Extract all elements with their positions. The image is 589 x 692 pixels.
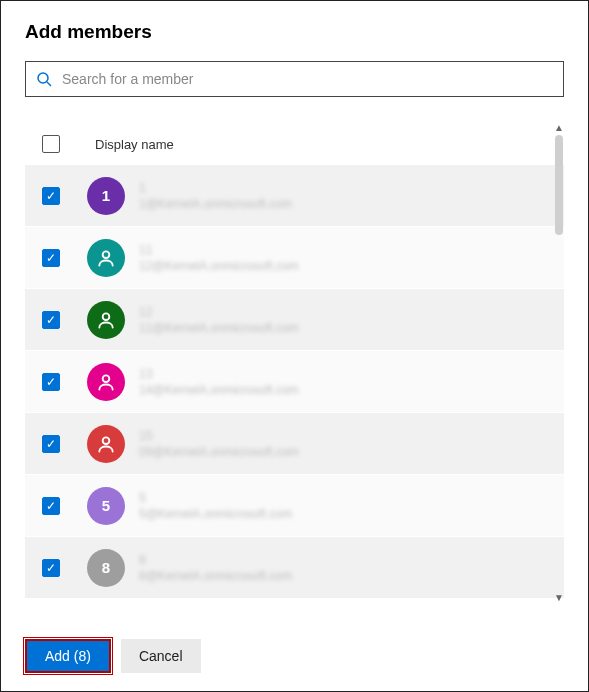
member-name: 11: [139, 244, 299, 256]
person-icon: [87, 239, 125, 277]
dialog-footer: Add (8) Cancel: [25, 639, 201, 673]
scroll-up-icon[interactable]: ▲: [554, 123, 564, 133]
avatar: 5: [87, 487, 125, 525]
search-input[interactable]: [60, 70, 553, 88]
member-email: 14@KernelA.onmicrosoft.com: [139, 384, 299, 396]
table-row[interactable]: ✓111@KernelA.onmicrosoft.com: [25, 165, 564, 227]
member-list: Display name ✓111@KernelA.onmicrosoft.co…: [25, 123, 564, 603]
member-name: 8: [139, 554, 292, 566]
member-name: 12: [139, 306, 299, 318]
member-email: 8@KernelA.onmicrosoft.com: [139, 570, 292, 582]
svg-point-5: [103, 437, 110, 444]
svg-point-4: [103, 375, 110, 382]
table-row[interactable]: ✓1112@KernelA.onmicrosoft.com: [25, 227, 564, 289]
svg-point-3: [103, 313, 110, 320]
row-checkbox[interactable]: ✓: [42, 249, 60, 267]
table-row[interactable]: ✓1211@KernelA.onmicrosoft.com: [25, 289, 564, 351]
row-checkbox[interactable]: ✓: [42, 311, 60, 329]
avatar: 8: [87, 549, 125, 587]
scrollbar[interactable]: ▲ ▼: [554, 123, 564, 603]
member-email: 1@KernelA.onmicrosoft.com: [139, 198, 292, 210]
add-button[interactable]: Add (8): [25, 639, 111, 673]
table-row[interactable]: ✓888@KernelA.onmicrosoft.com: [25, 537, 564, 599]
member-email: 12@KernelA.onmicrosoft.com: [139, 260, 299, 272]
person-icon: [87, 363, 125, 401]
scroll-down-icon[interactable]: ▼: [554, 593, 564, 603]
table-row[interactable]: ✓555@KernelA.onmicrosoft.com: [25, 475, 564, 537]
member-name: 5: [139, 492, 292, 504]
cancel-button[interactable]: Cancel: [121, 639, 201, 673]
svg-point-2: [103, 251, 110, 258]
member-name: 13: [139, 368, 299, 380]
member-rows: ✓111@KernelA.onmicrosoft.com✓1112@Kernel…: [25, 165, 564, 603]
row-checkbox[interactable]: ✓: [42, 497, 60, 515]
page-title: Add members: [25, 21, 564, 43]
search-icon: [36, 71, 52, 87]
member-email: 11@KernelA.onmicrosoft.com: [139, 322, 299, 334]
row-checkbox[interactable]: ✓: [42, 187, 60, 205]
select-all-checkbox[interactable]: [42, 135, 60, 153]
column-display-name: Display name: [95, 137, 174, 152]
member-name: 15: [139, 430, 299, 442]
row-checkbox[interactable]: ✓: [42, 559, 60, 577]
member-email: 5@KernelA.onmicrosoft.com: [139, 508, 292, 520]
add-members-panel: Add members Display name ✓111@KernelA.on…: [0, 0, 589, 692]
member-email: 09@KernelA.onmicrosoft.com: [139, 446, 299, 458]
svg-point-0: [38, 73, 48, 83]
person-icon: [87, 301, 125, 339]
table-row[interactable]: ✓1314@KernelA.onmicrosoft.com: [25, 351, 564, 413]
table-row[interactable]: ✓1509@KernelA.onmicrosoft.com: [25, 413, 564, 475]
avatar: 1: [87, 177, 125, 215]
list-header: Display name: [25, 123, 564, 165]
svg-line-1: [47, 82, 51, 86]
member-name: 1: [139, 182, 292, 194]
search-field-container[interactable]: [25, 61, 564, 97]
row-checkbox[interactable]: ✓: [42, 435, 60, 453]
scroll-thumb[interactable]: [555, 135, 563, 235]
row-checkbox[interactable]: ✓: [42, 373, 60, 391]
person-icon: [87, 425, 125, 463]
